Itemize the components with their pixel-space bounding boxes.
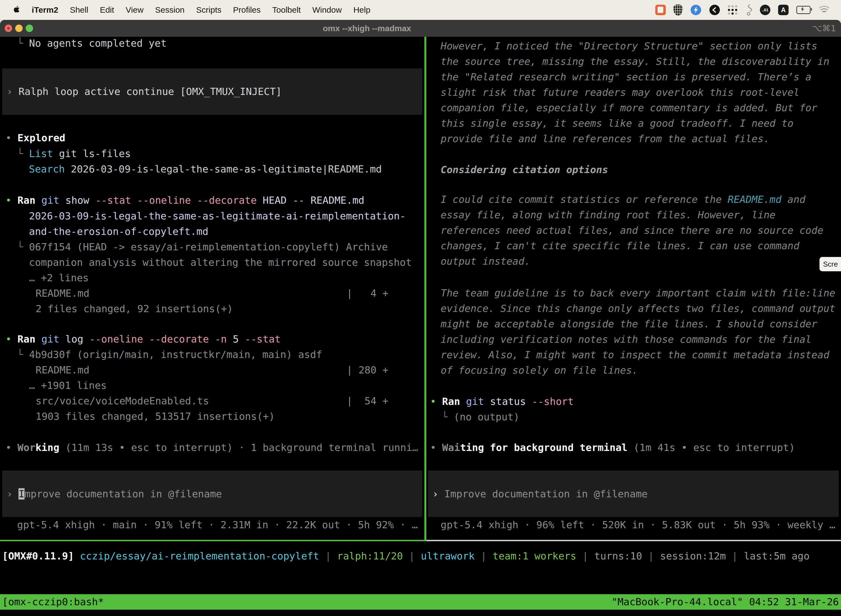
tmux-pane-right[interactable]: However, I noticed the "Directory Struct…	[426, 37, 841, 541]
window-title: omx --xhigh --madmax	[323, 20, 411, 37]
text-run: status	[484, 396, 532, 407]
text-run: --oneline --decorate -n	[89, 333, 227, 345]
text-run	[460, 396, 466, 407]
battery-icon[interactable]	[796, 6, 811, 14]
text-run: List	[29, 148, 53, 159]
text-run: Wai	[442, 442, 460, 453]
wifi-icon[interactable]	[818, 6, 830, 14]
text-run: 4b9d30f (origin/main, instructkr/main, m…	[29, 349, 322, 360]
terminal-line: this single essay, it seems like a good …	[441, 116, 794, 131]
terminal-line: └ 4b9d30f (origin/main, instructkr/main,…	[17, 347, 322, 362]
text-run: [OMX#0.11.9]	[2, 550, 74, 562]
text-run: |	[726, 550, 744, 562]
text-run: |	[576, 550, 594, 562]
text-run: Ran	[18, 195, 35, 206]
text-run: src/voice/voiceModeEnabled.ts | 54 +	[35, 395, 388, 406]
terminal-line: › Ralph loop active continue [OMX_TMUX_I…	[7, 84, 282, 99]
screen-popup[interactable]: Scre	[819, 257, 841, 271]
apple-icon[interactable]	[13, 6, 20, 14]
menu-item-profiles[interactable]: Profiles	[233, 5, 261, 15]
text-run: including verification notes with those …	[441, 334, 812, 345]
text-run: 1903 files changed, 513517 insertions(+)	[35, 411, 275, 422]
percent-badge-icon[interactable]: ..61	[760, 5, 771, 15]
text-run: Explored	[18, 132, 65, 144]
terminal-content: └ No agents completed yet› Ralph loop ac…	[0, 37, 841, 616]
text-run: git	[41, 333, 59, 345]
menu-item-session[interactable]: Session	[155, 5, 185, 15]
text-run: and-the-erosion-of-copyleft.md	[29, 226, 208, 237]
menu-item-view[interactable]: View	[126, 5, 144, 15]
text-run: essay file, along with finding root file…	[441, 209, 776, 220]
text-run: README.md	[305, 195, 365, 206]
menu-item-scripts[interactable]: Scripts	[196, 5, 221, 15]
terminal-line: • Ran git status --short	[430, 394, 574, 409]
terminal-line: › Improve documentation in @filename	[432, 486, 648, 502]
terminal-line: The team guideline is to back every impo…	[441, 285, 835, 301]
text-run: •	[6, 195, 18, 206]
text-run: last:5m ago	[744, 550, 810, 562]
terminal-line: └ No agents completed yet	[17, 37, 167, 51]
menu-item-app[interactable]: iTerm2	[32, 5, 58, 15]
blue-badge-icon[interactable]	[690, 4, 701, 15]
tmux-status-bar: [omx-cczip0:bash* "MacBook-Pro-44.local"…	[0, 594, 841, 610]
dark-circle-arrow-icon[interactable]	[709, 4, 720, 15]
text-run: Ran	[18, 333, 35, 345]
text-run: However, I noticed the "Directory Struct…	[441, 40, 817, 51]
text-run: README.md | 4 +	[35, 287, 388, 299]
text-run: turns:10	[594, 550, 642, 562]
menu-item-edit[interactable]: Edit	[100, 5, 114, 15]
text-run: •	[6, 442, 18, 453]
text-run: •	[430, 442, 442, 453]
text-run: cczip/essay/ai-reimplementation-copyleft	[80, 550, 319, 562]
terminal-line: gpt-5.4 xhigh · 96% left · 520K in · 5.8…	[441, 517, 835, 532]
text-run: git	[466, 396, 484, 407]
menu-bar: iTerm2 ShellEditViewSessionScriptsProfil…	[0, 0, 841, 20]
pane-left-bottom-border	[0, 540, 424, 541]
text-run: review. Also, I might want to inspect th…	[441, 349, 829, 361]
dots-grid-icon[interactable]	[728, 5, 737, 15]
terminal-line: might be acceptable alongside the file l…	[441, 316, 817, 332]
tmux-pane-left[interactable]: └ No agents completed yet› Ralph loop ac…	[0, 37, 424, 541]
text-run: --short	[532, 396, 574, 407]
hook-icon[interactable]	[745, 4, 752, 16]
text-run: git	[41, 195, 59, 206]
terminal-line: • Ran git log --oneline --decorate -n 5 …	[6, 331, 281, 347]
text-run: 5	[227, 333, 245, 345]
a-app-icon[interactable]: A	[778, 5, 788, 15]
terminal-line: README.md | 280 +	[35, 362, 388, 378]
shield-grid-icon[interactable]	[674, 4, 683, 15]
terminal-line: └ List git ls-files	[17, 146, 131, 161]
close-button[interactable]	[5, 25, 12, 32]
text-run: companion file, especially if more comme…	[441, 102, 817, 113]
text-run: mprove documentation in @filename	[25, 488, 222, 500]
text-run: … +2 lines	[29, 272, 89, 283]
chat-app-icon[interactable]	[655, 5, 666, 15]
pane-right-bottom-border	[426, 540, 841, 541]
text-run: Improve documentation in @filename	[444, 488, 648, 500]
menu-item-help[interactable]: Help	[353, 5, 371, 15]
pane-divider[interactable]	[424, 37, 426, 541]
text-run: this single essay, it seems like a good …	[441, 117, 794, 129]
terminal-line: … +2 lines	[29, 270, 89, 286]
terminal-line: • Ran git show --stat --oneline --decora…	[6, 193, 365, 208]
text-run: evidence. Since this change only affects…	[441, 303, 835, 314]
text-run: ting for background terminal	[460, 442, 627, 453]
text-run: might be acceptable alongside the file l…	[441, 318, 817, 330]
text-run: log	[59, 333, 89, 345]
text-run: --	[293, 195, 304, 206]
desktop: { "menubar": { "app_name": "iTerm2", "it…	[0, 0, 841, 616]
text-run	[35, 195, 41, 206]
zoom-button[interactable]	[26, 25, 33, 32]
terminal-line: README.md | 4 +	[35, 286, 388, 301]
text-run: The team guideline is to back every impo…	[441, 287, 835, 299]
text-run: ›	[7, 86, 19, 97]
window-title-bar[interactable]: omx --xhigh --madmax ⌥⌘1	[0, 20, 841, 37]
text-run: ›	[432, 488, 444, 500]
menu-item-toolbelt[interactable]: Toolbelt	[273, 5, 301, 15]
minimize-button[interactable]	[15, 25, 23, 32]
terminal-line: [OMX#0.11.9] cczip/essay/ai-reimplementa…	[2, 549, 810, 564]
terminal-line: companion analysis without altering the …	[29, 255, 412, 270]
menu-item-window[interactable]: Window	[312, 5, 342, 15]
menu-item-shell[interactable]: Shell	[70, 5, 88, 15]
text-run: •	[430, 396, 442, 407]
